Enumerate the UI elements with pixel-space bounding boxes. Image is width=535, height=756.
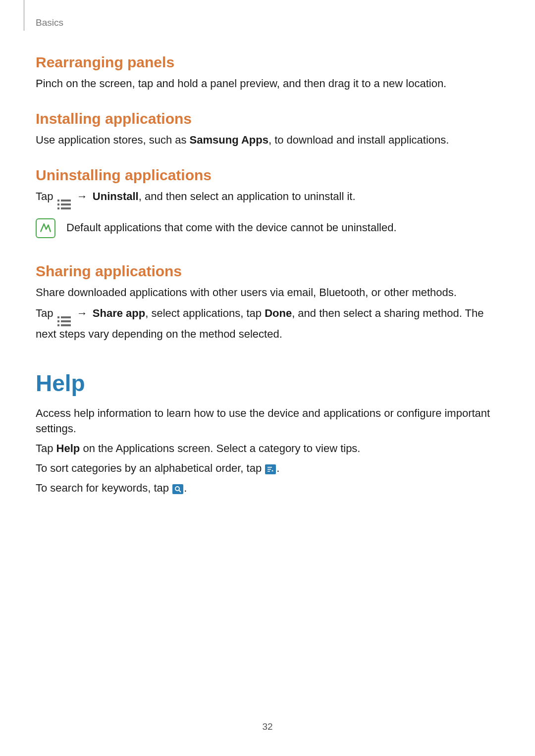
help-p3: To sort categories by an alphabetical or…: [36, 460, 499, 476]
text: To sort categories by an alphabetical or…: [36, 462, 265, 474]
body-sharing-steps: Tap → Share app, select applications, ta…: [36, 305, 499, 342]
body-sharing-intro: Share downloaded applications with other…: [36, 285, 499, 301]
arrow-icon: →: [74, 190, 91, 202]
page-content: Basics Rearranging panels Pinch on the s…: [0, 0, 535, 496]
text: , select applications, tap: [145, 307, 265, 319]
body-rearranging: Pinch on the screen, tap and hold a pane…: [36, 76, 499, 92]
note-icon: [36, 218, 55, 238]
bold-share-app: Share app: [93, 307, 145, 319]
sort-az-icon: [265, 464, 276, 474]
svg-rect-0: [268, 467, 272, 468]
help-p1: Access help information to learn how to …: [36, 405, 499, 437]
bold-samsung-apps: Samsung Apps: [190, 134, 268, 146]
menu-icon: [57, 200, 71, 209]
text: on the Applications screen. Select a cat…: [80, 442, 360, 454]
heading-sharing: Sharing applications: [36, 263, 499, 280]
svg-rect-1: [268, 469, 271, 470]
heading-rearranging: Rearranging panels: [36, 54, 499, 71]
body-installing: Use application stores, such as Samsung …: [36, 132, 499, 148]
text: Use application stores, such as: [36, 134, 190, 146]
heading-uninstalling: Uninstalling applications: [36, 167, 499, 184]
bold-help: Help: [56, 442, 80, 454]
section-uninstalling: Uninstalling applications Tap → Uninstal…: [36, 167, 499, 238]
section-installing: Installing applications Use application …: [36, 110, 499, 148]
section-rearranging: Rearranging panels Pinch on the screen, …: [36, 54, 499, 92]
search-icon: [172, 484, 183, 494]
menu-icon: [57, 316, 71, 326]
arrow-icon: →: [74, 307, 91, 319]
note-block: Default applications that come with the …: [36, 218, 499, 238]
breadcrumb: Basics: [36, 17, 499, 28]
page-number: 32: [0, 721, 535, 732]
bold-uninstall: Uninstall: [93, 190, 139, 202]
text: Tap: [36, 442, 56, 454]
svg-point-3: [175, 487, 179, 491]
text-tap: Tap: [36, 307, 56, 319]
text: To search for keywords, tap: [36, 482, 172, 494]
heading-installing: Installing applications: [36, 110, 499, 127]
note-text: Default applications that come with the …: [66, 220, 397, 236]
text-tap: Tap: [36, 190, 56, 202]
text: , and then select an application to unin…: [139, 190, 356, 202]
heading-help: Help: [36, 370, 499, 397]
row-uninstall-instruction: Tap → Uninstall, and then select an appl…: [36, 189, 499, 209]
section-sharing: Sharing applications Share downloaded ap…: [36, 263, 499, 342]
text: .: [184, 482, 187, 494]
help-p2: Tap Help on the Applications screen. Sel…: [36, 441, 499, 456]
bold-done: Done: [265, 307, 292, 319]
svg-rect-2: [268, 471, 270, 472]
help-p4: To search for keywords, tap .: [36, 480, 499, 496]
svg-line-4: [179, 490, 181, 492]
text: .: [276, 462, 279, 474]
text: , to download and install applications.: [268, 134, 449, 146]
header-rule: [24, 0, 24, 31]
